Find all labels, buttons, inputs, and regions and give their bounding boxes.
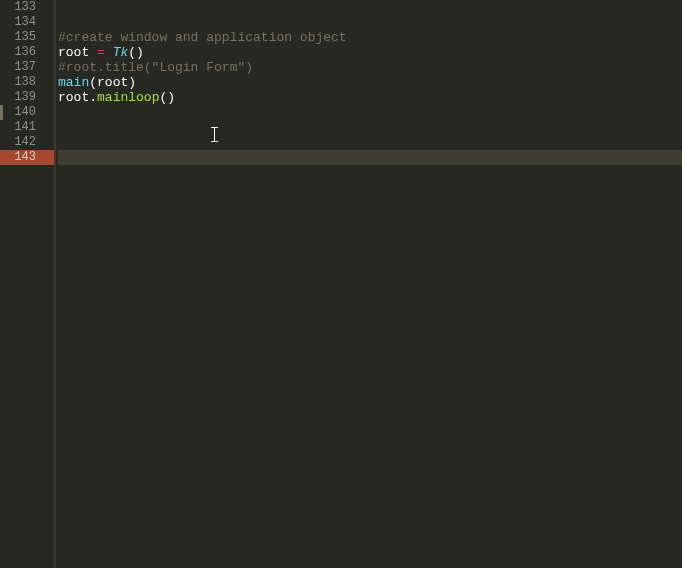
code-line[interactable] (58, 15, 682, 30)
code-ident: root (58, 45, 89, 60)
line-number: 138 (0, 75, 54, 90)
line-number: 137 (0, 60, 54, 75)
code-func: mainloop (97, 90, 159, 105)
code-line[interactable]: #root.title("Login Form") (58, 60, 682, 75)
code-paren: ( (89, 75, 97, 90)
line-number: 140 (0, 105, 54, 120)
code-operator: = (89, 45, 112, 60)
line-number: 136 (0, 45, 54, 60)
line-number: 139 (0, 90, 54, 105)
code-line[interactable] (58, 105, 682, 120)
line-number: 135 (0, 30, 54, 45)
line-number: 142 (0, 135, 54, 150)
line-number-current: 143 (0, 150, 54, 165)
line-number: 134 (0, 15, 54, 30)
code-line[interactable]: root = Tk() (58, 45, 682, 60)
code-line[interactable]: #create window and application object (58, 30, 682, 45)
code-line[interactable]: main(root) (58, 75, 682, 90)
line-number: 133 (0, 0, 54, 15)
code-comment: #root.title("Login Form") (58, 60, 253, 75)
text-cursor-icon (214, 127, 215, 142)
code-class: Tk (113, 45, 129, 60)
line-number: 141 (0, 120, 54, 135)
code-paren: ) (128, 75, 136, 90)
code-editor[interactable]: #create window and application object ro… (56, 0, 682, 568)
code-line[interactable]: root.mainloop() (58, 90, 682, 105)
line-number-text: 140 (14, 105, 36, 119)
code-paren: () (128, 45, 144, 60)
gutter-change-marker (0, 105, 3, 120)
code-ident: root (97, 75, 128, 90)
code-dot: . (89, 90, 97, 105)
line-number-gutter: 133 134 135 136 137 138 139 140 141 142 … (0, 0, 56, 568)
code-line-current[interactable] (58, 150, 682, 165)
code-func: main (58, 75, 89, 90)
code-line[interactable] (58, 135, 682, 150)
code-comment: #create window and application object (58, 30, 347, 45)
code-paren: () (159, 90, 175, 105)
code-line[interactable] (58, 120, 682, 135)
code-ident: root (58, 90, 89, 105)
code-line[interactable] (58, 0, 682, 15)
